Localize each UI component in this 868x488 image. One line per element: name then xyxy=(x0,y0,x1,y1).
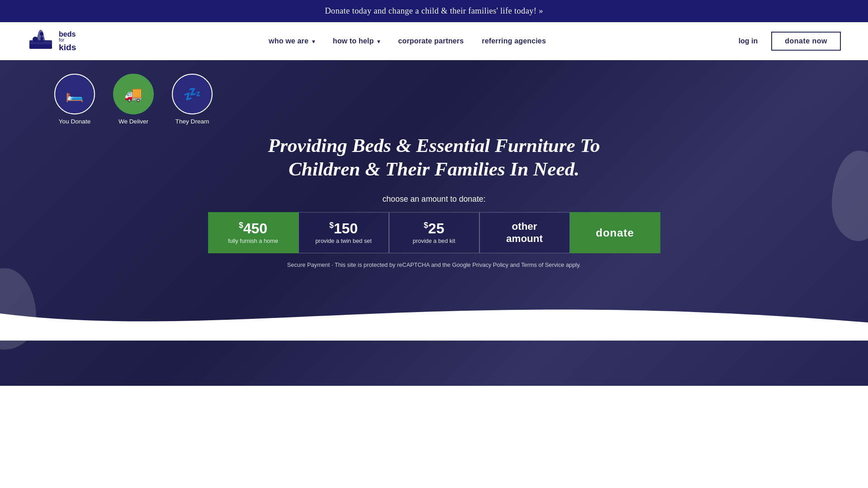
header-right: log in donate now xyxy=(739,32,841,51)
main-nav: who we are ▾ how to help ▾ corporate par… xyxy=(269,37,546,45)
login-link[interactable]: log in xyxy=(739,37,758,45)
icon-you-donate: 🛏️ You Donate xyxy=(54,74,95,125)
white-area xyxy=(0,386,868,476)
donate-25-button[interactable]: $25 provide a bed kit xyxy=(389,212,479,254)
donate-150-amount: $150 xyxy=(329,221,358,236)
icon-they-dream: 💤 They Dream xyxy=(172,74,213,125)
banner-arrow: » xyxy=(539,6,543,15)
donate-450-desc: fully furnish a home xyxy=(228,237,278,244)
nav-referring-agencies[interactable]: referring agencies xyxy=(482,37,546,45)
they-dream-icon: 💤 xyxy=(172,74,213,114)
you-donate-icon: 🛏️ xyxy=(54,74,95,114)
they-dream-label: They Dream xyxy=(175,118,209,125)
logo-icon xyxy=(27,28,54,55)
you-donate-label: You Donate xyxy=(59,118,91,125)
icons-row: 🛏️ You Donate 🚚 We Deliver 💤 They Dream xyxy=(0,60,868,129)
header: beds for kids who we are ▾ how to help ▾… xyxy=(0,22,868,60)
donate-25-amount: $25 xyxy=(424,221,444,236)
chevron-down-icon: ▾ xyxy=(312,38,315,45)
secure-payment-text: Secure Payment · This site is protected … xyxy=(0,261,868,268)
nav-who-we-are[interactable]: who we are ▾ xyxy=(269,37,315,45)
donate-now-button[interactable]: donate now xyxy=(771,32,841,51)
wave-bottom xyxy=(0,286,868,341)
we-deliver-label: We Deliver xyxy=(119,118,148,125)
donate-25-desc: provide a bed kit xyxy=(413,237,455,244)
donate-submit-button[interactable]: donate xyxy=(570,212,660,254)
we-deliver-icon: 🚚 xyxy=(113,74,154,114)
logo-area: beds for kids xyxy=(27,28,76,55)
donate-150-desc: provide a twin bed set xyxy=(315,237,372,244)
donate-450-amount: $450 xyxy=(239,221,267,236)
hero-headline: Providing Beds & Essential Furniture To … xyxy=(259,134,609,181)
icon-we-deliver: 🚚 We Deliver xyxy=(113,74,154,125)
donate-150-button[interactable]: $150 provide a twin bed set xyxy=(299,212,389,254)
donate-buttons-row: $450 fully furnish a home $150 provide a… xyxy=(0,212,868,254)
donate-other-button[interactable]: other amount xyxy=(479,212,570,254)
top-banner: Donate today and change a child & their … xyxy=(0,0,868,22)
choose-amount-text: choose an amount to donate: xyxy=(0,194,868,204)
donate-450-button[interactable]: $450 fully furnish a home xyxy=(208,212,299,254)
chevron-down-icon: ▾ xyxy=(377,38,380,45)
hero-section: 🛏️ You Donate 🚚 We Deliver 💤 They Dream … xyxy=(0,60,868,386)
donate-section: choose an amount to donate: $450 fully f… xyxy=(0,194,868,269)
banner-text: Donate today and change a child & their … xyxy=(325,6,536,15)
svg-point-3 xyxy=(40,32,43,36)
nav-how-to-help[interactable]: how to help ▾ xyxy=(333,37,380,45)
nav-corporate-partners[interactable]: corporate partners xyxy=(398,37,464,45)
logo-text: beds for kids xyxy=(59,31,76,52)
donate-other-label: other amount xyxy=(506,221,543,245)
